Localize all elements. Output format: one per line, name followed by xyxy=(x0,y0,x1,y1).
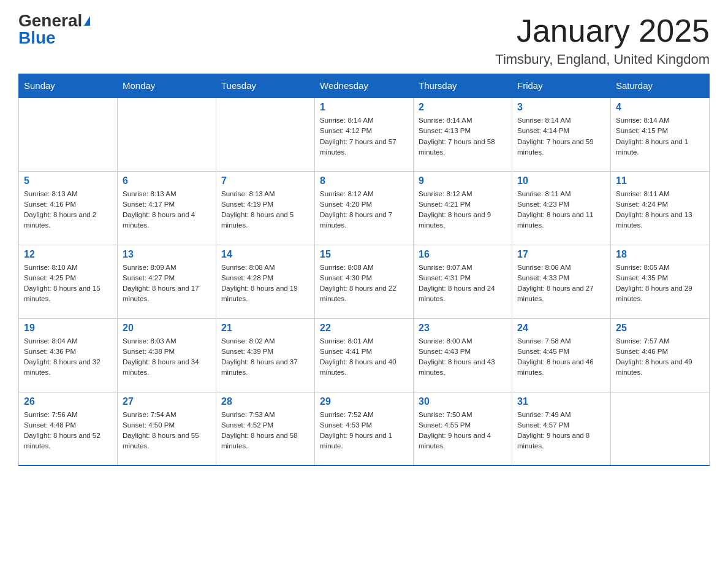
calendar-table: Sunday Monday Tuesday Wednesday Thursday… xyxy=(18,74,710,466)
calendar-week-row: 12Sunrise: 8:10 AMSunset: 4:25 PMDayligh… xyxy=(19,245,710,318)
day-number: 20 xyxy=(123,323,211,334)
title-section: January 2025 Timsbury, England, United K… xyxy=(495,12,710,67)
logo-blue-text: Blue xyxy=(18,29,56,47)
day-number: 13 xyxy=(123,249,211,260)
table-row: 20Sunrise: 8:03 AMSunset: 4:38 PMDayligh… xyxy=(118,318,216,392)
day-number: 1 xyxy=(320,102,408,113)
day-number: 22 xyxy=(320,323,408,334)
table-row: 2Sunrise: 8:14 AMSunset: 4:13 PMDaylight… xyxy=(414,98,512,171)
day-number: 7 xyxy=(221,175,309,186)
table-row: 3Sunrise: 8:14 AMSunset: 4:14 PMDaylight… xyxy=(512,98,611,171)
day-info: Sunrise: 8:12 AMSunset: 4:20 PMDaylight:… xyxy=(320,189,408,231)
day-number: 19 xyxy=(24,323,112,334)
day-number: 23 xyxy=(419,323,507,334)
calendar-week-row: 19Sunrise: 8:04 AMSunset: 4:36 PMDayligh… xyxy=(19,318,710,392)
day-number: 17 xyxy=(517,249,605,260)
header-tuesday: Tuesday xyxy=(216,74,315,98)
header-sunday: Sunday xyxy=(19,74,118,98)
location-title: Timsbury, England, United Kingdom xyxy=(495,52,710,67)
page-header: General Blue January 2025 Timsbury, Engl… xyxy=(18,12,710,67)
table-row: 31Sunrise: 7:49 AMSunset: 4:57 PMDayligh… xyxy=(512,392,611,465)
day-info: Sunrise: 8:05 AMSunset: 4:35 PMDaylight:… xyxy=(616,262,704,305)
day-info: Sunrise: 8:00 AMSunset: 4:43 PMDaylight:… xyxy=(419,336,507,378)
day-info: Sunrise: 8:09 AMSunset: 4:27 PMDaylight:… xyxy=(123,262,211,305)
day-info: Sunrise: 8:08 AMSunset: 4:30 PMDaylight:… xyxy=(320,262,408,305)
day-info: Sunrise: 8:11 AMSunset: 4:24 PMDaylight:… xyxy=(616,189,704,231)
month-title: January 2025 xyxy=(495,12,710,49)
day-number: 16 xyxy=(419,249,507,260)
day-info: Sunrise: 8:14 AMSunset: 4:13 PMDaylight:… xyxy=(419,115,507,158)
table-row: 10Sunrise: 8:11 AMSunset: 4:23 PMDayligh… xyxy=(512,171,611,245)
table-row xyxy=(611,392,710,465)
table-row: 12Sunrise: 8:10 AMSunset: 4:25 PMDayligh… xyxy=(19,245,118,318)
table-row: 24Sunrise: 7:58 AMSunset: 4:45 PMDayligh… xyxy=(512,318,611,392)
logo-triangle-icon xyxy=(84,16,90,26)
table-row: 26Sunrise: 7:56 AMSunset: 4:48 PMDayligh… xyxy=(19,392,118,465)
day-number: 28 xyxy=(221,396,309,407)
table-row: 11Sunrise: 8:11 AMSunset: 4:24 PMDayligh… xyxy=(611,171,710,245)
day-info: Sunrise: 8:11 AMSunset: 4:23 PMDaylight:… xyxy=(517,189,605,231)
logo: General Blue xyxy=(18,12,90,47)
day-info: Sunrise: 8:06 AMSunset: 4:33 PMDaylight:… xyxy=(517,262,605,305)
day-number: 24 xyxy=(517,323,605,334)
table-row: 6Sunrise: 8:13 AMSunset: 4:17 PMDaylight… xyxy=(118,171,216,245)
table-row: 22Sunrise: 8:01 AMSunset: 4:41 PMDayligh… xyxy=(315,318,414,392)
header-saturday: Saturday xyxy=(611,74,710,98)
day-number: 2 xyxy=(419,102,507,113)
table-row: 30Sunrise: 7:50 AMSunset: 4:55 PMDayligh… xyxy=(414,392,512,465)
day-info: Sunrise: 8:14 AMSunset: 4:15 PMDaylight:… xyxy=(616,115,704,158)
day-number: 11 xyxy=(616,175,704,186)
day-info: Sunrise: 7:57 AMSunset: 4:46 PMDaylight:… xyxy=(616,336,704,378)
calendar-week-row: 5Sunrise: 8:13 AMSunset: 4:16 PMDaylight… xyxy=(19,171,710,245)
day-number: 9 xyxy=(419,175,507,186)
table-row: 13Sunrise: 8:09 AMSunset: 4:27 PMDayligh… xyxy=(118,245,216,318)
day-number: 3 xyxy=(517,102,605,113)
day-number: 25 xyxy=(616,323,704,334)
day-info: Sunrise: 7:54 AMSunset: 4:50 PMDaylight:… xyxy=(123,410,211,452)
table-row xyxy=(216,98,315,171)
table-row: 27Sunrise: 7:54 AMSunset: 4:50 PMDayligh… xyxy=(118,392,216,465)
day-number: 29 xyxy=(320,396,408,407)
day-info: Sunrise: 7:52 AMSunset: 4:53 PMDaylight:… xyxy=(320,410,408,452)
day-info: Sunrise: 8:14 AMSunset: 4:12 PMDaylight:… xyxy=(320,115,408,158)
day-info: Sunrise: 7:49 AMSunset: 4:57 PMDaylight:… xyxy=(517,410,605,452)
day-info: Sunrise: 8:04 AMSunset: 4:36 PMDaylight:… xyxy=(24,336,112,378)
table-row: 28Sunrise: 7:53 AMSunset: 4:52 PMDayligh… xyxy=(216,392,315,465)
day-info: Sunrise: 8:12 AMSunset: 4:21 PMDaylight:… xyxy=(419,189,507,231)
day-number: 31 xyxy=(517,396,605,407)
table-row: 7Sunrise: 8:13 AMSunset: 4:19 PMDaylight… xyxy=(216,171,315,245)
calendar-week-row: 26Sunrise: 7:56 AMSunset: 4:48 PMDayligh… xyxy=(19,392,710,465)
day-number: 4 xyxy=(616,102,704,113)
table-row: 23Sunrise: 8:00 AMSunset: 4:43 PMDayligh… xyxy=(414,318,512,392)
day-info: Sunrise: 7:50 AMSunset: 4:55 PMDaylight:… xyxy=(419,410,507,452)
table-row: 14Sunrise: 8:08 AMSunset: 4:28 PMDayligh… xyxy=(216,245,315,318)
table-row: 29Sunrise: 7:52 AMSunset: 4:53 PMDayligh… xyxy=(315,392,414,465)
day-number: 30 xyxy=(419,396,507,407)
day-info: Sunrise: 7:53 AMSunset: 4:52 PMDaylight:… xyxy=(221,410,309,452)
header-monday: Monday xyxy=(118,74,216,98)
day-number: 21 xyxy=(221,323,309,334)
day-number: 5 xyxy=(24,175,112,186)
header-friday: Friday xyxy=(512,74,611,98)
calendar-week-row: 1Sunrise: 8:14 AMSunset: 4:12 PMDaylight… xyxy=(19,98,710,171)
day-info: Sunrise: 8:13 AMSunset: 4:16 PMDaylight:… xyxy=(24,189,112,231)
day-info: Sunrise: 8:08 AMSunset: 4:28 PMDaylight:… xyxy=(221,262,309,305)
table-row: 9Sunrise: 8:12 AMSunset: 4:21 PMDaylight… xyxy=(414,171,512,245)
table-row xyxy=(19,98,118,171)
table-row: 21Sunrise: 8:02 AMSunset: 4:39 PMDayligh… xyxy=(216,318,315,392)
day-info: Sunrise: 8:10 AMSunset: 4:25 PMDaylight:… xyxy=(24,262,112,305)
day-number: 8 xyxy=(320,175,408,186)
table-row: 25Sunrise: 7:57 AMSunset: 4:46 PMDayligh… xyxy=(611,318,710,392)
table-row: 5Sunrise: 8:13 AMSunset: 4:16 PMDaylight… xyxy=(19,171,118,245)
day-info: Sunrise: 8:03 AMSunset: 4:38 PMDaylight:… xyxy=(123,336,211,378)
table-row: 8Sunrise: 8:12 AMSunset: 4:20 PMDaylight… xyxy=(315,171,414,245)
table-row: 19Sunrise: 8:04 AMSunset: 4:36 PMDayligh… xyxy=(19,318,118,392)
table-row xyxy=(118,98,216,171)
day-number: 18 xyxy=(616,249,704,260)
day-number: 12 xyxy=(24,249,112,260)
header-thursday: Thursday xyxy=(414,74,512,98)
day-info: Sunrise: 8:01 AMSunset: 4:41 PMDaylight:… xyxy=(320,336,408,378)
day-info: Sunrise: 8:02 AMSunset: 4:39 PMDaylight:… xyxy=(221,336,309,378)
table-row: 1Sunrise: 8:14 AMSunset: 4:12 PMDaylight… xyxy=(315,98,414,171)
day-number: 14 xyxy=(221,249,309,260)
